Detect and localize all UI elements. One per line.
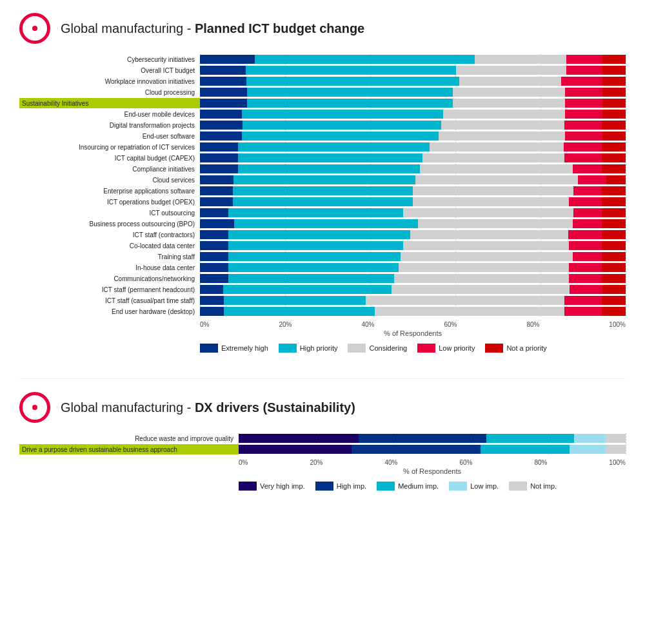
bar-row-7: End-user software: [19, 131, 626, 141]
axis2-tick-20: 20%: [310, 459, 322, 466]
bar-seg-5-2: [443, 110, 565, 119]
bar-seg-1-1: [352, 445, 481, 454]
page: Global manufacturing - Planned ICT budge…: [0, 0, 645, 529]
bar-seg-15-2: [418, 219, 573, 228]
bar-seg-21-4: [602, 285, 626, 294]
bar-seg-12-3: [573, 186, 602, 195]
bar-seg-10-4: [602, 164, 626, 173]
bar-seg-1-0: [239, 445, 352, 454]
legend-color-3: [348, 344, 366, 353]
bar-row-12: Enterprise applications software: [19, 186, 626, 196]
chart1-header: Global manufacturing - Planned ICT budge…: [19, 13, 626, 44]
legend-label-1: Extremely high: [221, 344, 268, 352]
bar-seg-5-4: [602, 110, 626, 119]
bar-seg-2-1: [246, 77, 459, 86]
bar-row-17: Co-located data center: [19, 240, 626, 251]
bar-row-1: Drive a purpose driven sustainable busin…: [19, 444, 626, 454]
bar-label-2: Workplace innovation initiatives: [19, 76, 200, 86]
bar-row-23: End user hardware (desktop): [19, 306, 626, 317]
legend2-color-3: [377, 482, 395, 491]
legend-item-2: High priority: [279, 344, 338, 353]
bar-seg-13-2: [413, 197, 569, 206]
bar-seg-7-0: [200, 132, 242, 141]
bar-label-21: ICT staff (permanent headcount): [19, 284, 200, 295]
bar-seg-1-4: [602, 66, 625, 75]
bar-seg-23-3: [564, 307, 602, 316]
bar-seg-18-3: [573, 252, 601, 261]
bar-seg-14-0: [200, 208, 228, 217]
bar-seg-2-0: [200, 77, 246, 86]
bar-wrapper-1: [239, 444, 626, 454]
bar-seg-12-0: [200, 186, 233, 195]
bar-seg-4-1: [247, 99, 453, 108]
bar-wrapper-1: [200, 65, 626, 75]
bar-wrapper-7: [200, 131, 626, 141]
bar-seg-7-3: [565, 132, 602, 141]
bar-seg-21-2: [392, 285, 570, 294]
bar-row-11: Cloud services: [19, 175, 626, 185]
bar-seg-11-1: [233, 175, 415, 184]
axis-tick-20: 20%: [279, 321, 292, 328]
legend2-item-2: High imp.: [315, 482, 366, 491]
bar-row-3: Cloud processing: [19, 87, 626, 97]
bar-seg-20-1: [228, 274, 394, 283]
legend-color-5: [485, 344, 503, 353]
bar-wrapper-6: [200, 120, 626, 130]
legend2-label-5: Not imp.: [530, 482, 557, 490]
bar-row-4: Sustainability Initiatives: [19, 98, 626, 108]
bar-wrapper-4: [200, 98, 626, 108]
legend-item-4: Low priority: [417, 344, 475, 353]
bar-seg-19-0: [200, 263, 228, 272]
bar-seg-23-0: [200, 307, 224, 316]
legend2-label-2: High imp.: [337, 482, 366, 490]
bar-seg-15-4: [602, 219, 626, 228]
bar-row-18: Training staff: [19, 251, 626, 262]
bar-seg-3-3: [565, 88, 602, 97]
bar-seg-14-1: [228, 208, 403, 217]
chart2-icon: [19, 392, 50, 423]
bar-seg-12-4: [602, 186, 626, 195]
axis2-tick-40: 40%: [384, 459, 397, 466]
bar-label-1: Overall ICT budget: [19, 65, 200, 75]
bar-seg-5-0: [200, 110, 242, 119]
bar-seg-16-2: [410, 230, 568, 239]
bar-seg-9-2: [422, 153, 564, 162]
bar-seg-11-3: [578, 175, 606, 184]
bar-seg-10-2: [420, 164, 573, 173]
legend2-item-3: Medium imp.: [377, 482, 439, 491]
bar-seg-19-2: [399, 263, 569, 272]
bar-seg-13-4: [602, 197, 626, 206]
bar-label-15: Business process outsourcing (BPO): [19, 219, 200, 229]
bar-row-15: Business process outsourcing (BPO): [19, 219, 626, 229]
bar-seg-3-0: [200, 88, 247, 97]
bar-seg-17-1: [228, 241, 403, 250]
bar-seg-8-3: [564, 142, 602, 151]
bar-wrapper-15: [200, 219, 626, 229]
bar-label-16: ICT staff (contractors): [19, 229, 200, 240]
bar-wrapper-14: [200, 208, 626, 218]
bar-row-13: ICT operations budget (OPEX): [19, 197, 626, 207]
chart2-body: Reduce waste and improve qualityDrive a …: [19, 433, 626, 491]
bar-wrapper-17: [200, 240, 626, 251]
bar-seg-2-3: [561, 77, 603, 86]
legend-label-4: Low priority: [439, 344, 475, 352]
chart1-axis-title: % of Respondents: [200, 329, 626, 337]
legend2-label-1: Very high imp.: [260, 482, 305, 490]
bar-wrapper-2: [200, 76, 626, 86]
legend2-color-4: [449, 482, 467, 491]
bar-label-0: Cybersecurity initiatives: [19, 54, 200, 64]
bar-label-7: End-user software: [19, 131, 200, 141]
bar-seg-20-3: [569, 274, 602, 283]
bar-wrapper-18: [200, 251, 626, 262]
legend-label-3: Considering: [369, 344, 407, 352]
bar-seg-0-1: [359, 434, 486, 443]
bar-seg-9-4: [602, 153, 626, 162]
bar-row-2: Workplace innovation initiatives: [19, 76, 626, 86]
bar-seg-0-2: [486, 434, 574, 443]
bar-seg-0-0: [239, 434, 359, 443]
bar-wrapper-23: [200, 306, 626, 317]
bar-label-13: ICT operations budget (OPEX): [19, 197, 200, 207]
bar-seg-9-1: [238, 153, 422, 162]
bar-seg-23-4: [602, 307, 626, 316]
bar-seg-16-3: [568, 230, 602, 239]
